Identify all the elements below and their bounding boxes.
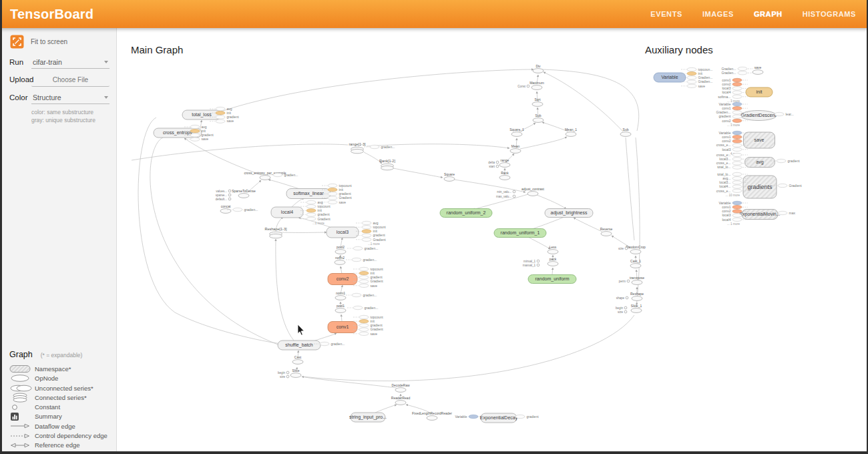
annotation-chip[interactable]: Gradient bbox=[353, 327, 383, 331]
graph-const-default-[interactable]: default... bbox=[216, 198, 231, 201]
graph-op-save[interactable]: save bbox=[752, 65, 763, 75]
annotation-chip[interactable]: softma... bbox=[718, 95, 748, 99]
annotation-chip[interactable]: save bbox=[353, 332, 377, 336]
graph-node-total-loss[interactable]: total_loss bbox=[182, 110, 221, 120]
annotation-chip[interactable]: total_lo... bbox=[717, 165, 748, 169]
annotation-chip[interactable]: gradien... bbox=[347, 246, 378, 250]
annotation-chip[interactable]: gradient bbox=[300, 212, 330, 216]
graph-op-transpose[interactable]: transpose bbox=[630, 276, 644, 285]
graph-node-init[interactable]: init bbox=[746, 87, 773, 97]
annotation-chip[interactable]: gradient bbox=[353, 275, 383, 279]
graph-op-sqrt[interactable]: Sqrt bbox=[532, 97, 543, 107]
graph-op-square[interactable]: Square bbox=[444, 172, 455, 182]
graph-node-random-uniform-1[interactable]: random_uniform_1 bbox=[494, 229, 546, 238]
graph-op-square-1[interactable]: Square_1 bbox=[509, 128, 524, 137]
annotation-chip[interactable]: local3 bbox=[722, 148, 748, 152]
graph-node-exponentialdecay[interactable]: ExponentialDecay bbox=[480, 413, 518, 423]
graph-node-softmax-linear[interactable]: softmax_linear bbox=[286, 189, 331, 199]
annotation-chip[interactable]: save bbox=[353, 284, 377, 288]
graph-op-fixedlengthrecordreader[interactable]: FixedLengthRecordReader bbox=[412, 411, 452, 421]
annotation-chip[interactable]: Gradient bbox=[300, 217, 331, 221]
graph-node-avg[interactable]: avg bbox=[745, 158, 775, 168]
graph-const-perm[interactable]: perm bbox=[619, 280, 630, 283]
annotation-chip[interactable]: conv2 bbox=[722, 119, 748, 123]
annotation-chip[interactable]: gradien... bbox=[346, 293, 377, 297]
graph-op-sparsetodense[interactable]: SparseToDense bbox=[232, 189, 256, 198]
graph-node-variable[interactable]: Variable bbox=[654, 73, 686, 82]
annotation-chip[interactable]: local3... bbox=[719, 157, 748, 161]
annotation-chip[interactable]: conv1 bbox=[722, 78, 748, 82]
run-select[interactable]: cifar-train bbox=[31, 57, 110, 69]
annotation-chip[interactable]: gradien... bbox=[227, 208, 258, 212]
annotation-chip[interactable]: Variable bbox=[719, 131, 748, 135]
graph-const-max-valu-[interactable]: max_valu... bbox=[496, 195, 515, 198]
graph-op-sub[interactable]: Sub bbox=[620, 128, 631, 137]
graph-op-cast[interactable]: Cast bbox=[292, 355, 303, 365]
graph-const-begin[interactable]: begin bbox=[616, 306, 627, 310]
fit-to-screen-button[interactable] bbox=[10, 35, 24, 49]
annotation-chip[interactable]: init bbox=[300, 208, 322, 212]
graph-op-pack[interactable]: pack bbox=[548, 257, 558, 266]
graph-node-conv2[interactable]: conv2 bbox=[328, 274, 357, 285]
graph-const-size[interactable]: size bbox=[618, 310, 627, 314]
annotation-chip[interactable]: avg bbox=[300, 200, 323, 204]
graph-op-mean[interactable]: Mean bbox=[510, 144, 521, 154]
graph-op-readerread[interactable]: ReaderRead bbox=[391, 396, 411, 405]
annotation-chip[interactable]: Gradient bbox=[353, 279, 383, 283]
annotation-chip[interactable]: init bbox=[353, 319, 375, 323]
tab-graph[interactable]: GRAPH bbox=[754, 10, 783, 18]
graph-const-start[interactable]: start bbox=[489, 165, 499, 168]
annotation-chip[interactable]: conv1 bbox=[722, 106, 748, 110]
graph-node-random-uniform-2[interactable]: random_uniform_2 bbox=[440, 209, 492, 218]
annotation-chip[interactable]: cross_e... bbox=[716, 161, 748, 165]
graph-node-shuffle-batch[interactable]: shuffle_batch bbox=[278, 340, 320, 350]
annotation-chip[interactable]: Gradient bbox=[356, 238, 386, 242]
annotation-chip[interactable]: Variable bbox=[719, 102, 748, 106]
graph-node-local4[interactable]: local4 bbox=[271, 207, 303, 218]
graph-op-maximum[interactable]: Maximum bbox=[529, 81, 544, 90]
graph-node-adjust-brightness[interactable]: adjust_brightness bbox=[545, 209, 593, 218]
graph-const-sparse-[interactable]: sparse... bbox=[216, 194, 231, 197]
choose-file-button[interactable]: Choose File bbox=[31, 74, 110, 87]
graph-op-less[interactable]: Less bbox=[548, 245, 558, 254]
graph-op-reshape[interactable]: Reshape bbox=[630, 292, 644, 301]
annotation-chip[interactable]: init bbox=[353, 271, 375, 275]
annotation-chip[interactable]: init bbox=[356, 229, 378, 233]
graph-op-norm1[interactable]: norm1 bbox=[335, 291, 346, 300]
graph-op-sub[interactable]: Sub bbox=[533, 114, 544, 123]
graph-op-slice-1[interactable]: Slice_1 bbox=[631, 304, 642, 313]
annotation-chip[interactable]: cross_e... bbox=[716, 143, 748, 147]
annotation-chip[interactable]: Gradien... bbox=[681, 79, 712, 83]
annotation-chip[interactable]: total_lo... bbox=[717, 172, 748, 176]
graph-node-string-input-pro-[interactable]: string_input_pro... bbox=[349, 413, 387, 422]
graph-node-random-uniform[interactable]: random_uniform bbox=[528, 275, 576, 284]
graph-op-mean-1[interactable]: Mean_1 bbox=[565, 128, 577, 137]
graph-node-exponentialmovin-[interactable]: ExponentialMovin... bbox=[739, 210, 780, 220]
graph-const-size[interactable]: size bbox=[280, 375, 289, 379]
graph-node-gradientdescent[interactable]: GradientDescent bbox=[740, 111, 777, 121]
graph-canvas[interactable]: total_losscross_entropysoftmax_linearloc… bbox=[118, 28, 868, 454]
annotation-chip[interactable]: save bbox=[681, 84, 705, 88]
graph-op-adjust-contrast[interactable]: adjust_contrast bbox=[521, 187, 545, 196]
annotation-chip[interactable]: gradient bbox=[356, 233, 385, 237]
graph-series-rank-1-2-[interactable]: Rank[1-2] bbox=[379, 159, 395, 170]
graph-op-rank[interactable]: Rank bbox=[499, 171, 510, 180]
annotation-chip[interactable]: gradient bbox=[353, 323, 383, 327]
annotation-chip[interactable]: local3 bbox=[722, 86, 748, 90]
annotation-chip[interactable]: save bbox=[322, 200, 346, 204]
annotation-chip[interactable]: conv2 bbox=[722, 82, 748, 86]
graph-op-randomcrop[interactable]: RandomCrop bbox=[626, 245, 646, 254]
tab-events[interactable]: EVENTS bbox=[650, 10, 682, 18]
graph-const-const[interactable]: Const bbox=[517, 85, 529, 88]
annotation-chip[interactable]: Variable bbox=[719, 201, 748, 205]
graph-const-delta[interactable]: delta bbox=[488, 161, 499, 164]
annotation-chip[interactable]: topcount bbox=[356, 225, 386, 229]
graph-series-range-1-3-[interactable]: range[1-3] bbox=[349, 142, 366, 154]
annotation-chip[interactable]: topcount bbox=[353, 267, 383, 271]
graph-node-gradients[interactable]: gradients bbox=[743, 176, 777, 198]
color-select[interactable]: Structure bbox=[31, 92, 110, 104]
graph-const-minval-1[interactable]: minval_1 bbox=[523, 260, 539, 263]
annotation-chip[interactable]: topcoun... bbox=[681, 67, 712, 71]
tab-images[interactable]: IMAGES bbox=[702, 10, 734, 18]
graph-node-conv1[interactable]: conv1 bbox=[328, 322, 357, 333]
